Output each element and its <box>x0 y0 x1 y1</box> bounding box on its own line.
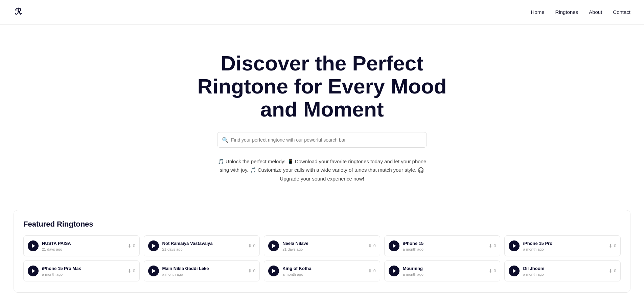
card-left: iPhone 15 Pro Max a month ago <box>28 266 81 276</box>
card-left: Dil Jhoom a month ago <box>509 266 544 276</box>
hero-title: Discover the Perfect Ringtone for Every … <box>177 52 467 121</box>
card-date: a month ago <box>162 272 209 276</box>
card-info: Mourning a month ago <box>403 266 423 276</box>
svg-marker-3 <box>272 244 276 248</box>
card-date: a month ago <box>523 272 544 276</box>
play-button[interactable] <box>389 240 399 251</box>
play-button[interactable] <box>28 240 39 251</box>
play-button[interactable] <box>389 266 399 276</box>
play-button[interactable] <box>28 266 39 276</box>
download-icon: ⬇ <box>488 268 492 274</box>
ringtone-card[interactable]: Mourning a month ago ⬇ 0 <box>384 260 501 281</box>
card-info: iPhone 15 Pro Max a month ago <box>42 266 81 276</box>
download-icon: ⬇ <box>128 243 132 249</box>
card-left: iPhone 15 a month ago <box>389 240 423 251</box>
card-title: Mourning <box>403 266 423 272</box>
download-icon: ⬇ <box>248 268 252 274</box>
ringtone-card[interactable]: Not Ramaiya Vastavaiya 21 days ago ⬇ 0 <box>144 235 260 256</box>
card-left: Mourning a month ago <box>389 266 423 276</box>
navbar: ℛ Home Ringtones About Contact <box>0 0 644 25</box>
svg-marker-5 <box>513 244 516 248</box>
card-right: ⬇ 0 <box>128 268 135 274</box>
card-left: Main Nikla Gaddi Leke a month ago <box>148 266 209 276</box>
ringtone-card[interactable]: Neela Nilave 21 days ago ⬇ 0 <box>264 235 380 256</box>
card-right: ⬇ 0 <box>488 243 496 249</box>
card-title: iPhone 15 Pro <box>523 241 552 247</box>
card-info: Not Ramaiya Vastavaiya 21 days ago <box>162 241 213 251</box>
svg-text:ℛ: ℛ <box>15 7 22 16</box>
search-input[interactable] <box>217 132 427 148</box>
nav-ringtones[interactable]: Ringtones <box>555 9 578 15</box>
ringtone-card[interactable]: NUSTA PAISA 21 days ago ⬇ 0 <box>23 235 140 256</box>
svg-marker-9 <box>393 269 396 273</box>
hero-section: Discover the Perfect Ringtone for Every … <box>0 25 644 203</box>
download-count: 0 <box>494 269 496 273</box>
download-count: 0 <box>373 269 376 273</box>
svg-marker-2 <box>152 244 156 248</box>
ringtone-card[interactable]: iPhone 15 Pro a month ago ⬇ 0 <box>504 235 621 256</box>
ringtone-card[interactable]: King of Kotha a month ago ⬇ 0 <box>264 260 380 281</box>
card-right: ⬇ 0 <box>368 268 376 274</box>
card-info: Main Nikla Gaddi Leke a month ago <box>162 266 209 276</box>
card-title: Main Nikla Gaddi Leke <box>162 266 209 272</box>
nav-contact[interactable]: Contact <box>613 9 630 15</box>
card-title: Not Ramaiya Vastavaiya <box>162 241 213 247</box>
play-button[interactable] <box>509 240 520 251</box>
card-info: King of Kotha a month ago <box>282 266 311 276</box>
card-right: ⬇ 0 <box>248 268 256 274</box>
featured-section: Featured Ringtones NUSTA PAISA 21 days a… <box>14 210 630 293</box>
search-icon: 🔍 <box>222 136 229 143</box>
ringtone-card[interactable]: Main Nikla Gaddi Leke a month ago ⬇ 0 <box>144 260 260 281</box>
download-count: 0 <box>614 244 616 248</box>
card-date: 21 days ago <box>282 247 308 251</box>
svg-marker-6 <box>32 269 35 273</box>
nav-links: Home Ringtones About Contact <box>531 9 630 15</box>
card-right: ⬇ 0 <box>608 243 616 249</box>
featured-title: Featured Ringtones <box>23 220 621 229</box>
card-right: ⬇ 0 <box>608 268 616 274</box>
nav-about[interactable]: About <box>589 9 602 15</box>
card-info: iPhone 15 a month ago <box>403 241 423 251</box>
svg-marker-7 <box>152 269 156 273</box>
logo[interactable]: ℛ <box>14 5 26 19</box>
download-icon: ⬇ <box>128 268 132 274</box>
card-title: Neela Nilave <box>282 241 308 247</box>
play-button[interactable] <box>509 266 520 276</box>
card-info: NUSTA PAISA 21 days ago <box>42 241 71 251</box>
search-wrapper: 🔍 <box>217 132 427 148</box>
card-date: a month ago <box>523 247 552 251</box>
ringtones-row-1: NUSTA PAISA 21 days ago ⬇ 0 Not Ramaiya … <box>23 235 621 256</box>
ringtone-card[interactable]: iPhone 15 a month ago ⬇ 0 <box>384 235 501 256</box>
card-date: a month ago <box>403 247 423 251</box>
download-count: 0 <box>494 244 496 248</box>
card-left: iPhone 15 Pro a month ago <box>509 240 552 251</box>
card-title: Dil Jhoom <box>523 266 544 272</box>
play-button[interactable] <box>268 266 279 276</box>
download-count: 0 <box>253 244 256 248</box>
play-button[interactable] <box>268 240 279 251</box>
play-button[interactable] <box>148 240 159 251</box>
card-date: a month ago <box>282 272 311 276</box>
svg-marker-1 <box>32 244 35 248</box>
download-count: 0 <box>133 269 135 273</box>
ringtones-row-2: iPhone 15 Pro Max a month ago ⬇ 0 Main N… <box>23 260 621 281</box>
card-right: ⬇ 0 <box>368 243 376 249</box>
card-title: iPhone 15 Pro Max <box>42 266 81 272</box>
play-button[interactable] <box>148 266 159 276</box>
card-left: Neela Nilave 21 days ago <box>268 240 308 251</box>
download-icon: ⬇ <box>608 243 613 249</box>
nav-home[interactable]: Home <box>531 9 545 15</box>
card-info: iPhone 15 Pro a month ago <box>523 241 552 251</box>
card-left: King of Kotha a month ago <box>268 266 311 276</box>
svg-marker-4 <box>393 244 396 248</box>
download-icon: ⬇ <box>488 243 492 249</box>
download-count: 0 <box>373 244 376 248</box>
card-title: King of Kotha <box>282 266 311 272</box>
card-title: iPhone 15 <box>403 241 423 247</box>
download-icon: ⬇ <box>608 268 613 274</box>
ringtone-card[interactable]: Dil Jhoom a month ago ⬇ 0 <box>504 260 621 281</box>
download-icon: ⬇ <box>368 268 372 274</box>
download-count: 0 <box>253 269 256 273</box>
download-icon: ⬇ <box>368 243 372 249</box>
ringtone-card[interactable]: iPhone 15 Pro Max a month ago ⬇ 0 <box>23 260 140 281</box>
